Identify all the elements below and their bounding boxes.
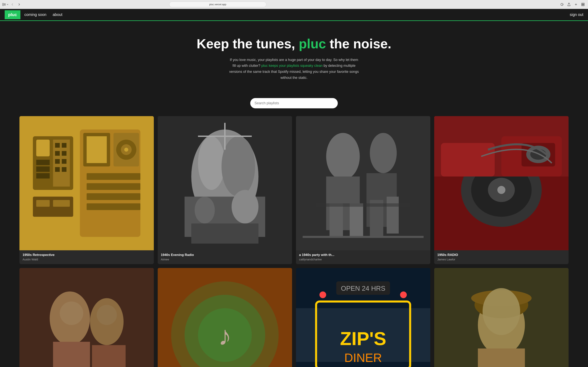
svg-point-33 <box>124 148 128 152</box>
svg-rect-16 <box>62 143 67 148</box>
back-button[interactable] <box>10 2 15 7</box>
svg-text:OPEN 24 HRS: OPEN 24 HRS <box>341 285 385 292</box>
playlist-owner-4: James Lawlor <box>437 258 565 261</box>
svg-rect-35 <box>36 200 50 207</box>
svg-point-64 <box>497 186 505 194</box>
playlist-owner-1: Austin Wald <box>23 258 151 261</box>
svg-rect-12 <box>36 167 50 172</box>
nav-logo[interactable]: pluc <box>5 10 20 19</box>
playlist-image-4 <box>434 116 569 250</box>
playlist-image-8 <box>434 268 569 367</box>
playlist-info-2: 1940s Evening Radio Aimee <box>158 250 292 264</box>
svg-rect-28 <box>87 193 140 200</box>
nav-right: sign out <box>570 12 583 17</box>
playlist-image-3 <box>296 116 430 250</box>
playlist-name-3: a 1940s party with th... <box>299 253 427 257</box>
playlist-owner-2: Aimee <box>161 258 289 261</box>
playlist-name-1: 1950s Retrospective <box>23 253 151 257</box>
playlist-card-1940s-evening-radio[interactable]: 1940s Evening Radio Aimee <box>158 116 292 264</box>
svg-rect-84 <box>158 268 292 367</box>
tabs-button[interactable] <box>580 2 586 7</box>
svg-rect-102 <box>434 268 569 367</box>
svg-rect-22 <box>62 167 67 172</box>
playlist-card-row2-4[interactable]: 1950s Classics user4 <box>434 268 569 367</box>
playlist-owner-3: caitlynandcharlee <box>299 258 427 261</box>
svg-point-42 <box>195 197 215 224</box>
svg-rect-4 <box>582 3 583 4</box>
browser-controls <box>2 2 22 7</box>
svg-point-43 <box>232 190 259 224</box>
hero-subtitle-brand-text: pluc keeps your playlists squeaky clean <box>261 64 323 67</box>
playlist-image-5 <box>19 268 154 367</box>
svg-point-39 <box>198 136 225 190</box>
svg-rect-5 <box>583 3 584 4</box>
svg-rect-3 <box>4 5 6 5</box>
playlist-card-row2-2[interactable]: ♪ 1950s Rock user2 <box>158 268 292 367</box>
hero-title-part1: Keep the tunes, <box>197 36 295 51</box>
hero-title-brand: pluc <box>299 36 326 51</box>
svg-point-91 <box>400 292 407 298</box>
hero-section: Keep the tunes, pluc the noise. If you l… <box>0 21 588 90</box>
navbar: pluc coming soon about sign out <box>0 9 588 21</box>
svg-rect-10 <box>36 140 50 156</box>
svg-rect-19 <box>55 159 60 164</box>
hero-title: Keep the tunes, pluc the noise. <box>8 36 580 51</box>
playlist-info-4: 1950s RADIO James Lawlor <box>434 250 569 264</box>
svg-rect-36 <box>53 200 70 207</box>
svg-rect-17 <box>55 151 60 156</box>
svg-point-40 <box>222 136 255 197</box>
svg-rect-15 <box>55 143 60 148</box>
svg-rect-18 <box>62 151 67 156</box>
playlist-image-7: ZIP'S DINER OPEN 24 HRS <box>296 268 430 367</box>
share-button[interactable] <box>566 2 572 7</box>
playlist-card-row2-3[interactable]: ZIP'S DINER OPEN 24 HRS Zip's Diner user… <box>296 268 430 367</box>
playlist-card-1940s-party[interactable]: a 1940s party with th... caitlynandcharl… <box>296 116 430 264</box>
playlist-card-1950s-retrospective[interactable]: 1950s Retrospective Austin Wald <box>19 116 154 264</box>
hero-subtitle: If you love music, your playlists are a … <box>228 57 360 81</box>
sidebar-toggle[interactable] <box>2 3 9 6</box>
svg-rect-56 <box>296 116 430 250</box>
playlist-info-1: 1950s Retrospective Austin Wald <box>19 250 154 264</box>
sign-out-button[interactable]: sign out <box>570 12 583 17</box>
forward-button[interactable] <box>16 2 22 7</box>
browser-actions <box>559 2 586 7</box>
svg-rect-13 <box>36 173 50 179</box>
playlist-image-1 <box>19 116 154 250</box>
playlist-image-2 <box>158 116 292 250</box>
playlist-name-4: 1950s RADIO <box>437 253 565 257</box>
svg-rect-25 <box>87 136 107 163</box>
svg-rect-58 <box>316 203 410 207</box>
chevron-down-icon <box>7 3 9 5</box>
search-input[interactable]: 1950s Retrospective <box>250 98 338 108</box>
playlists-grid: 1950s Retrospective Austin Wald <box>19 116 569 367</box>
playlist-info-3: a 1940s party with th... caitlynandcharl… <box>296 250 430 264</box>
svg-rect-27 <box>87 183 140 190</box>
new-tab-button[interactable] <box>573 2 579 7</box>
playlist-card-1950s-radio[interactable]: 1950s RADIO James Lawlor <box>434 116 569 264</box>
svg-rect-0 <box>2 3 4 6</box>
search-section: 1950s Retrospective <box>0 90 588 114</box>
svg-rect-20 <box>62 159 67 164</box>
playlist-card-row2-1[interactable]: 1950s Romance user1 <box>19 268 154 367</box>
svg-rect-34 <box>33 197 73 217</box>
nav-link-about[interactable]: about <box>53 12 62 17</box>
url-input[interactable] <box>169 1 266 7</box>
svg-rect-26 <box>87 173 140 180</box>
playlists-section: 1950s Retrospective Austin Wald <box>0 114 588 367</box>
svg-rect-66 <box>441 143 495 176</box>
svg-rect-7 <box>583 5 584 6</box>
nav-link-coming-soon[interactable]: coming soon <box>24 12 46 17</box>
playlist-image-6: ♪ <box>158 268 292 367</box>
hero-title-noise: the noise. <box>329 36 391 51</box>
svg-rect-21 <box>55 167 60 172</box>
svg-rect-11 <box>36 160 50 165</box>
svg-rect-78 <box>19 268 154 367</box>
svg-point-90 <box>320 292 326 298</box>
svg-rect-29 <box>87 203 140 210</box>
svg-rect-2 <box>4 4 6 5</box>
browser-chrome <box>0 0 588 9</box>
reload-button[interactable] <box>559 2 565 7</box>
svg-rect-6 <box>582 5 583 6</box>
address-bar[interactable] <box>169 1 266 7</box>
svg-text:DINER: DINER <box>344 351 382 365</box>
